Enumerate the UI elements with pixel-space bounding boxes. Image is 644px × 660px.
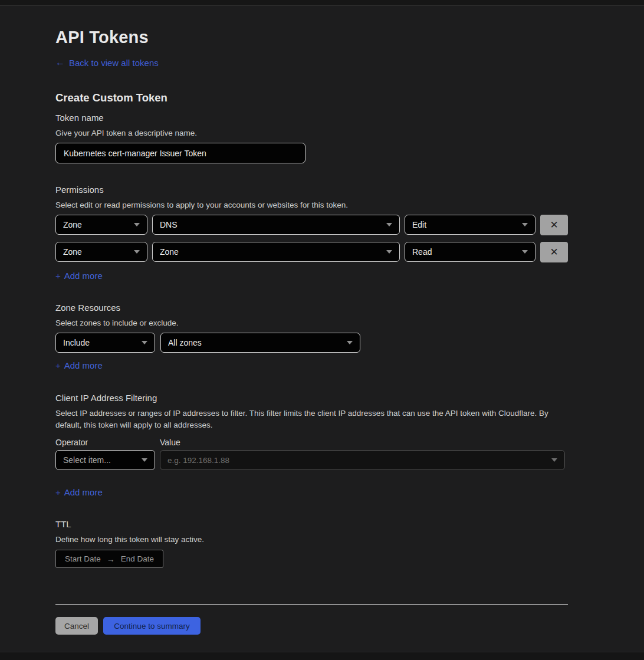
back-link-label: Back to view all tokens [69,58,159,68]
back-link[interactable]: ← Back to view all tokens [55,57,159,68]
zone-scope-select[interactable]: All zones [160,333,360,353]
chevron-down-icon [347,341,353,344]
remove-permission-button[interactable]: ✕ [540,242,568,262]
ip-filtering-row: Select item... [55,450,620,470]
zone-resources-row: Include All zones [55,333,620,353]
ip-operator-select[interactable]: Select item... [55,450,155,470]
footer-divider [55,604,568,605]
permission-access-select[interactable]: Edit [405,215,535,235]
permission-row: Zone Zone Read ✕ [55,242,620,262]
permission-resource-select[interactable]: DNS [152,215,400,235]
ip-value-input[interactable] [167,456,551,465]
permission-scope-select[interactable]: Zone [55,215,147,235]
zone-resources-description: Select zones to include or exclude. [55,317,568,329]
token-name-description: Give your API token a descriptive name. [55,127,568,139]
start-date-placeholder: Start Date [65,554,101,563]
ip-filtering-column-labels: Operator Value [55,438,620,447]
add-more-ip-filters-link[interactable]: + Add more [55,487,103,497]
chevron-down-icon [134,250,140,254]
close-icon: ✕ [550,220,558,230]
continue-to-summary-button[interactable]: Continue to summary [103,617,201,635]
add-more-zones-link[interactable]: + Add more [55,360,103,370]
remove-permission-button[interactable]: ✕ [540,215,568,235]
cancel-button[interactable]: Cancel [55,617,98,635]
chevron-down-icon [522,223,528,226]
permission-access-select[interactable]: Read [405,242,535,262]
token-name-label: Token name [55,113,620,123]
permissions-label: Permissions [55,185,620,195]
ip-filtering-label: Client IP Address Filtering [55,393,620,403]
plus-icon: + [55,360,61,370]
footer-actions: Cancel Continue to summary [55,617,620,635]
end-date-placeholder: End Date [121,554,154,563]
add-more-permissions-link[interactable]: + Add more [55,271,103,281]
token-name-input[interactable] [55,143,305,163]
bottom-bar [0,652,644,660]
operator-column-label: Operator [55,438,160,447]
chevron-down-icon [551,458,557,462]
ttl-description: Define how long this token will stay act… [55,534,568,546]
chevron-down-icon [522,250,528,254]
ip-value-combobox[interactable] [160,450,565,470]
arrow-right-icon: → [107,554,115,564]
permission-resource-select[interactable]: Zone [152,242,400,262]
permission-row: Zone DNS Edit ✕ [55,215,620,235]
plus-icon: + [55,271,61,281]
zone-operator-select[interactable]: Include [55,333,155,353]
page-title: API Tokens [55,28,620,47]
permissions-description: Select edit or read permissions to apply… [55,199,568,211]
form-heading: Create Custom Token [55,91,620,104]
back-arrow-icon: ← [55,57,65,68]
value-column-label: Value [160,438,180,447]
chevron-down-icon [142,341,147,344]
ip-filtering-description: Select IP addresses or ranges of IP addr… [55,408,568,431]
chevron-down-icon [386,250,392,254]
chevron-down-icon [134,223,140,226]
close-icon: ✕ [550,247,558,257]
chevron-down-icon [142,458,147,462]
ttl-label: TTL [55,519,620,529]
plus-icon: + [55,487,61,497]
permission-scope-select[interactable]: Zone [55,242,147,262]
page-content: API Tokens ← Back to view all tokens Cre… [0,28,644,635]
ttl-date-range-picker[interactable]: Start Date → End Date [55,550,163,568]
chevron-down-icon [386,223,392,226]
zone-resources-label: Zone Resources [55,303,620,313]
top-bar [0,0,644,6]
